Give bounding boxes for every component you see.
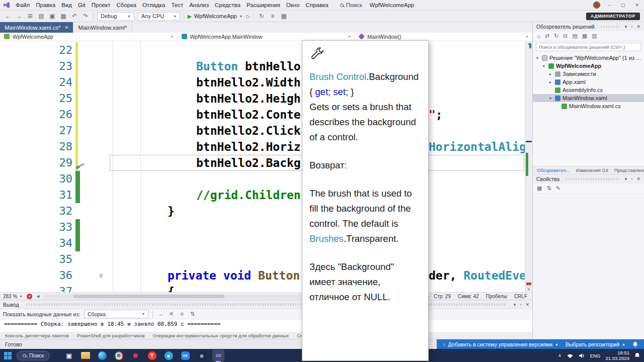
chevron-down-icon[interactable]: ▾ xyxy=(625,176,627,182)
pin-icon[interactable]: ▫ xyxy=(631,24,632,29)
navigate-back-icon[interactable]: ← xyxy=(4,13,12,20)
panel-tab[interactable]: Представлени... xyxy=(614,167,644,173)
tree-item[interactable]: AssemblyInfo.cs xyxy=(533,86,644,94)
start-without-debugging-icon[interactable]: ▷ xyxy=(246,14,250,19)
property-pages-icon[interactable]: ✎ xyxy=(556,185,560,192)
tree-item[interactable]: ▾Решение "WpfWelcomeApp" (1 из 1 проекта… xyxy=(533,54,644,62)
tree-item[interactable]: ▾WpfWelcomeApp xyxy=(533,62,644,70)
editor-tab[interactable]: MainWindow.xaml.cs*✕ xyxy=(0,22,73,33)
collapse-all-icon[interactable]: ⊟ xyxy=(563,33,568,39)
yandex-browser-icon[interactable]: Y xyxy=(146,349,158,361)
tool-window-tab[interactable]: PowerShell для разработчиков xyxy=(77,333,145,338)
wrap-icon[interactable]: ≡ xyxy=(178,311,186,317)
collapse-icon[interactable]: ⇅ xyxy=(189,311,196,317)
menu-item[interactable]: Git xyxy=(75,2,89,9)
visual-studio-icon[interactable]: ∞ xyxy=(212,349,224,361)
tree-expander-icon[interactable]: ▾ xyxy=(548,96,553,101)
chrome-browser-icon[interactable] xyxy=(113,349,125,361)
menu-item[interactable]: Вид xyxy=(58,2,75,9)
properties-icon[interactable]: ▦ xyxy=(582,33,587,39)
breadcrumb-item[interactable]: WpfWelcomeApp.MainWindow▾ xyxy=(178,33,355,41)
preview-icon[interactable]: ▥ xyxy=(592,33,597,39)
more-tools-icon[interactable]: ▦ xyxy=(280,13,288,20)
minimize-button[interactable]: – xyxy=(606,3,613,8)
start-debugging-button[interactable]: ▶ WpfWelcomeApp ▼ xyxy=(188,13,243,19)
tray-chevron-up-icon[interactable]: ∧ xyxy=(558,353,561,358)
tool-window-tab[interactable]: Операции инструментальных средств для об… xyxy=(153,333,289,338)
close-button[interactable]: ✕ xyxy=(633,3,641,8)
close-icon[interactable]: ✕ xyxy=(525,302,529,307)
notification-center-icon[interactable] xyxy=(634,352,640,358)
zoom-control[interactable]: 283 % ▼ xyxy=(3,294,23,299)
vk-messenger-icon[interactable]: VK xyxy=(179,349,191,361)
add-to-source-control-button[interactable]: ↑ Добавить в систему управления версиями… xyxy=(443,341,558,347)
menu-item[interactable]: Справка xyxy=(303,2,332,9)
opera-browser-icon[interactable] xyxy=(129,349,141,361)
tree-expander-icon[interactable]: ▸ xyxy=(548,80,553,84)
platform-dropdown[interactable]: Any CPU ▼ xyxy=(138,12,180,21)
chevron-down-icon[interactable]: ▾ xyxy=(625,24,627,29)
tree-item[interactable]: MainWindow.xaml.cs xyxy=(533,102,644,110)
refresh-icon[interactable]: ↻ xyxy=(554,33,558,39)
tree-item[interactable]: ▾MainWindow.xaml xyxy=(533,94,644,102)
quick-search[interactable]: Поиск xyxy=(340,2,362,8)
telegram-icon[interactable]: ▶ xyxy=(163,349,175,361)
menu-item[interactable]: Расширения xyxy=(244,2,283,9)
panel-grip[interactable] xyxy=(566,178,619,180)
menu-item[interactable]: Средства xyxy=(212,2,244,9)
code-editor[interactable]: 2223Button btnHello24btnHello2.Width25bt… xyxy=(0,41,532,292)
menu-item[interactable]: Сборка xyxy=(114,2,139,9)
menu-item[interactable]: Файл xyxy=(13,2,33,9)
wifi-icon[interactable] xyxy=(567,353,574,358)
chevron-down-icon[interactable]: ▾ xyxy=(514,302,516,307)
edge-browser-icon[interactable] xyxy=(96,349,108,361)
clear-all-icon[interactable]: ✕ xyxy=(168,311,175,317)
account-avatar[interactable] xyxy=(593,2,600,9)
eol-indicator[interactable]: CRLF xyxy=(514,294,527,299)
close-icon[interactable]: ✕ xyxy=(636,176,640,182)
pin-icon[interactable]: ▫ xyxy=(520,302,521,307)
alphabetical-icon[interactable]: ⇅ xyxy=(546,185,551,192)
panel-grip[interactable] xyxy=(26,303,507,306)
file-explorer-icon[interactable] xyxy=(79,349,92,361)
menu-item[interactable]: Проект xyxy=(89,2,114,9)
close-icon[interactable]: ✕ xyxy=(636,24,640,29)
tree-expander-icon[interactable]: ▾ xyxy=(535,56,540,60)
tree-expander-icon[interactable]: ▸ xyxy=(548,72,553,76)
panel-grip[interactable] xyxy=(601,26,619,28)
tree-item[interactable]: ▸App.xaml xyxy=(533,78,644,86)
spaces-indicator[interactable]: Пробелы xyxy=(486,294,507,299)
breadcrumb-item[interactable]: MainWindow()▾ xyxy=(355,33,532,41)
menu-item[interactable]: Отладка xyxy=(139,2,168,9)
tab-close-icon[interactable]: ✕ xyxy=(65,25,69,30)
editor-vertical-scrollbar[interactable]: ▲ ▼ xyxy=(525,41,532,292)
home-icon[interactable]: ⌂ xyxy=(537,33,540,39)
menu-item[interactable]: Анализ xyxy=(186,2,212,9)
notifications-bell-icon[interactable] xyxy=(632,341,638,347)
error-indicator-icon[interactable]: ✕ xyxy=(27,294,32,299)
goto-icon[interactable]: → xyxy=(157,311,165,317)
pin-icon[interactable]: ▫ xyxy=(631,176,632,182)
volume-icon[interactable] xyxy=(579,353,585,358)
outline-icon[interactable]: ≡ xyxy=(269,13,277,20)
taskbar-clock[interactable]: 18:51 21.03.2024 xyxy=(605,350,629,361)
scroll-left-icon[interactable]: ◀ xyxy=(36,294,39,299)
save-icon[interactable]: ▣ xyxy=(48,13,56,20)
solution-search-input[interactable] xyxy=(536,43,641,51)
output-source-dropdown[interactable]: Сборка ▼ xyxy=(84,310,148,318)
breadcrumb-item[interactable]: WpfWelcomeApp▾ xyxy=(0,33,178,41)
quick-actions-icon[interactable] xyxy=(75,158,86,168)
configuration-dropdown[interactable]: Debug ▼ xyxy=(97,12,134,21)
open-file-icon[interactable]: ▤ xyxy=(37,13,45,20)
maximize-button[interactable]: ▢ xyxy=(619,3,627,8)
language-indicator[interactable]: ENG xyxy=(590,353,601,358)
redo-icon[interactable]: ↷ xyxy=(82,13,90,20)
tree-expander-icon[interactable]: ▾ xyxy=(541,64,546,68)
menu-item[interactable]: Тест xyxy=(168,2,186,9)
panel-tab[interactable]: Обозревател... xyxy=(537,167,570,173)
switch-views-icon[interactable]: ⇄ xyxy=(545,33,549,39)
menu-item[interactable]: Правка xyxy=(33,2,58,9)
panel-tab[interactable]: Изменения Git xyxy=(576,167,608,173)
tool-window-tab[interactable]: Консоль диспетчера пакетов xyxy=(5,333,69,338)
scrollbar-thumb[interactable] xyxy=(73,295,224,298)
